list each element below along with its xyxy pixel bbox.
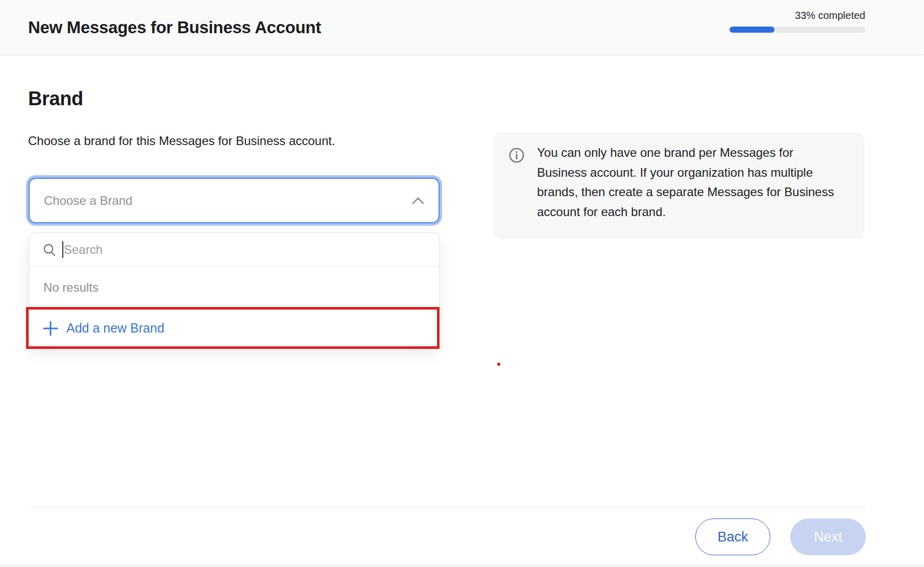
brand-select-placeholder: Choose a Brand [44, 194, 132, 208]
text-caret [62, 241, 63, 258]
section-description: Choose a brand for this Messages for Bus… [28, 134, 335, 148]
brand-dropdown-menu: No results Add a new Brand [29, 232, 440, 348]
next-button[interactable]: Next [790, 518, 866, 555]
progress-label: 33% completed [730, 10, 865, 21]
bottom-strip [0, 564, 924, 567]
plus-icon [42, 320, 59, 337]
section-heading: Brand [28, 88, 83, 110]
page: New Messages for Business Account 33% co… [0, 0, 924, 567]
annotation-red-dot [497, 363, 500, 366]
search-icon [42, 243, 57, 257]
info-text: You can only have one brand per Messages… [537, 143, 836, 222]
back-button[interactable]: Back [695, 518, 770, 555]
footer-divider [28, 507, 865, 508]
dropdown-search-row [29, 233, 439, 267]
add-new-brand-option[interactable]: Add a new Brand [29, 309, 439, 348]
chevron-up-icon [412, 197, 424, 204]
add-new-brand-label: Add a new Brand [66, 321, 164, 336]
progress-block: 33% completed [730, 10, 865, 33]
progress-fill [730, 27, 774, 33]
progress-bar [730, 27, 865, 33]
brand-select[interactable]: Choose a Brand [29, 178, 440, 223]
info-icon [508, 147, 525, 166]
info-box: You can only have one brand per Messages… [494, 133, 864, 239]
page-title: New Messages for Business Account [28, 18, 321, 37]
header: New Messages for Business Account 33% co… [0, 0, 924, 55]
brand-search-input[interactable] [64, 243, 391, 257]
no-results-item: No results [29, 267, 439, 309]
